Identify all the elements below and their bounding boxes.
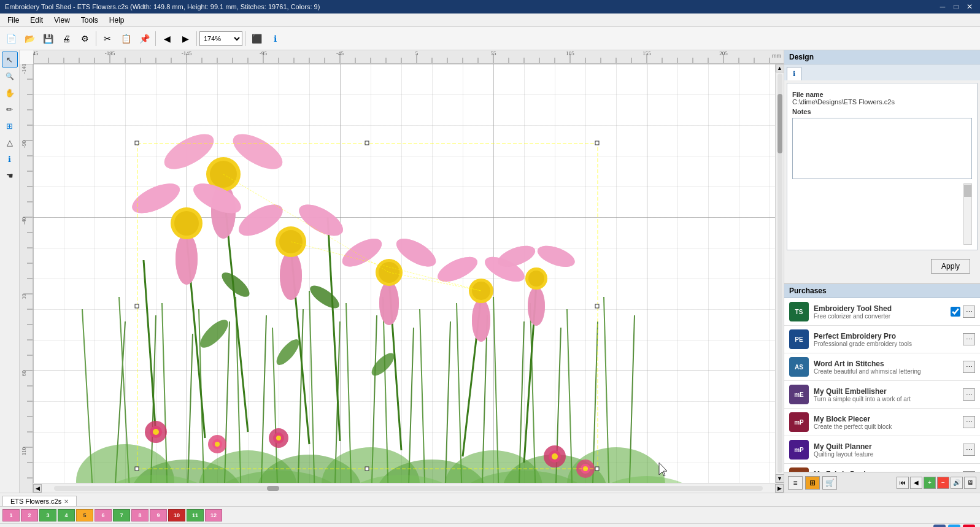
mqe-desc: Turn a simple quilt into a work of art <box>814 396 963 402</box>
color-swatch-11[interactable]: 11 <box>187 509 204 521</box>
mqe-more-button[interactable]: ⋯ <box>963 388 975 401</box>
pan-tool-button[interactable]: ✋ <box>2 85 18 101</box>
color-swatch-3[interactable]: 3 <box>39 509 56 521</box>
svg-point-118 <box>307 282 342 312</box>
scroll-track-v[interactable] <box>777 74 782 473</box>
purchase-item-ets[interactable]: TS Embroidery Tool Shed Free colorizer a… <box>784 298 980 326</box>
document-tab[interactable]: ETS Flowers.c2s ✕ <box>2 496 77 506</box>
remove-button[interactable]: − <box>937 477 949 489</box>
canvas-area[interactable]: mm <box>20 50 784 493</box>
color-swatch-5[interactable]: 5 <box>76 509 93 521</box>
menu-tools[interactable]: Tools <box>76 15 103 26</box>
tab-close-button[interactable]: ✕ <box>64 498 69 505</box>
svg-rect-122 <box>365 141 369 145</box>
scroll-thumb-h[interactable] <box>267 486 279 491</box>
hand-tool-button[interactable]: ☚ <box>2 167 18 183</box>
add-button[interactable]: + <box>924 477 936 489</box>
purchase-item-was[interactable]: AS Word Art in Stitches Create beautiful… <box>784 353 980 381</box>
shape-tool-button[interactable]: △ <box>2 134 18 150</box>
was-desc: Create beautiful and whimsical lettering <box>814 368 963 375</box>
twitter-icon[interactable]: t <box>948 525 960 528</box>
maximize-button[interactable]: □ <box>951 1 962 12</box>
scroll-up-button[interactable]: ▲ <box>776 64 784 72</box>
pep-desc: Professional grade embroidery tools <box>814 340 963 347</box>
scroll-right-button[interactable]: ▶ <box>775 484 784 493</box>
ets-more-button[interactable]: ⋯ <box>963 306 975 318</box>
ets-checkbox[interactable] <box>951 307 960 317</box>
info-tool-button[interactable]: ℹ <box>2 151 18 167</box>
scroll-down-button[interactable]: ▼ <box>776 474 784 483</box>
new-button[interactable]: 📄 <box>2 30 20 47</box>
zoom-select[interactable]: 50% 75% 100% 125% 150% 174% 200% 300% 40… <box>199 31 242 46</box>
mqe-icon: mE <box>789 385 809 404</box>
color-swatch-6[interactable]: 6 <box>95 509 112 521</box>
purchase-item-mfd[interactable]: FD My Fabric Designer Create and print y… <box>784 464 980 472</box>
nav-first-button[interactable]: ⏮ <box>897 477 909 489</box>
notes-textarea[interactable] <box>792 118 972 179</box>
purchase-item-mbp[interactable]: mP My Block Piecer Create the perfect qu… <box>784 409 980 436</box>
minimize-button[interactable]: ─ <box>937 1 948 12</box>
svg-point-87 <box>472 299 490 342</box>
svg-rect-126 <box>135 467 139 471</box>
svg-rect-121 <box>135 141 139 145</box>
pinterest-icon[interactable]: P <box>963 525 975 528</box>
scroll-left-button[interactable]: ◀ <box>33 484 42 493</box>
scroll-thumb-v[interactable] <box>777 94 782 154</box>
close-button[interactable]: ✕ <box>964 1 975 12</box>
svg-line-19 <box>444 321 450 483</box>
color-swatch-8[interactable]: 8 <box>131 509 149 521</box>
cart-button[interactable]: 🛒 <box>822 476 837 490</box>
zoom-tool-button[interactable]: 🔍 <box>2 68 18 84</box>
color-swatch-2[interactable]: 2 <box>21 509 38 521</box>
color-swatch-12[interactable]: 12 <box>205 509 222 521</box>
list-view-button[interactable]: ≡ <box>788 476 803 490</box>
embroidery-canvas[interactable] <box>33 64 784 483</box>
sound-button[interactable]: 🔊 <box>951 477 963 489</box>
color-swatch-9[interactable]: 9 <box>150 509 167 521</box>
apply-button[interactable]: Apply <box>931 259 970 274</box>
svg-line-17 <box>407 328 414 483</box>
color-swatch-1[interactable]: 1 <box>2 509 20 521</box>
select-tool-button[interactable]: ↖ <box>2 52 18 67</box>
menu-edit[interactable]: Edit <box>25 15 48 26</box>
canvas-content[interactable] <box>33 64 784 483</box>
color-swatch-4[interactable]: 4 <box>58 509 75 521</box>
menu-help[interactable]: Help <box>104 15 129 26</box>
save-button[interactable]: 💾 <box>39 30 56 47</box>
horizontal-scrollbar[interactable]: ◀ ▶ <box>33 483 784 493</box>
print-button[interactable]: 🖨 <box>58 30 75 47</box>
mbp-more-button[interactable]: ⋯ <box>963 416 975 428</box>
vertical-scrollbar[interactable]: ▲ ▼ <box>775 64 784 483</box>
svg-point-95 <box>528 287 545 326</box>
scroll-track-h[interactable] <box>54 486 763 491</box>
svg-point-111 <box>552 453 558 460</box>
pep-more-button[interactable]: ⋯ <box>963 333 975 345</box>
paste-button[interactable]: 📌 <box>136 30 153 47</box>
open-button[interactable]: 📂 <box>21 30 38 47</box>
purchase-item-pep[interactable]: PE Perfect Embroidery Pro Professional g… <box>784 326 980 353</box>
back-button[interactable]: ◀ <box>158 30 176 47</box>
menu-view[interactable]: View <box>49 15 75 26</box>
separator-2 <box>155 31 156 46</box>
color-swatch-10[interactable]: 10 <box>168 509 185 521</box>
forward-button[interactable]: ▶ <box>177 30 194 47</box>
view-button[interactable]: ⬛ <box>248 30 265 47</box>
grid-view-button[interactable]: ⊞ <box>805 476 820 490</box>
mqp-more-button[interactable]: ⋯ <box>963 444 975 456</box>
was-more-button[interactable]: ⋯ <box>963 361 975 373</box>
copy-button[interactable]: 📋 <box>117 30 134 47</box>
purchase-item-mqp[interactable]: mP My Quilt Planner Quilting layout feat… <box>784 436 980 464</box>
facebook-icon[interactable]: f <box>933 525 946 528</box>
grid-tool-button[interactable]: ⊞ <box>2 118 18 134</box>
design-tab-info[interactable]: ℹ <box>787 67 801 80</box>
pencil-tool-button[interactable]: ✏ <box>2 101 18 117</box>
cut-button[interactable]: ✂ <box>99 30 116 47</box>
nav-prev-button[interactable]: ◀ <box>910 477 922 489</box>
purchase-item-mqe[interactable]: mE My Quilt Embellisher Turn a simple qu… <box>784 381 980 409</box>
export-button[interactable]: ⚙ <box>76 30 93 47</box>
info-button[interactable]: ℹ <box>266 30 284 47</box>
color-swatch-7[interactable]: 7 <box>113 509 130 521</box>
menu-file[interactable]: File <box>2 15 24 26</box>
was-icon: AS <box>789 357 809 377</box>
monitor-button[interactable]: 🖥 <box>964 477 976 489</box>
